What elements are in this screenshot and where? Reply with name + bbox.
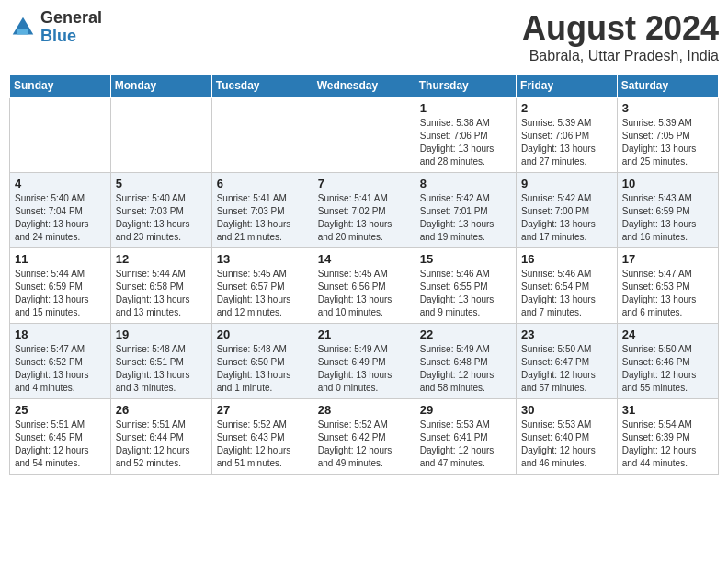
day-number: 2 <box>521 101 612 115</box>
day-info: Sunrise: 5:40 AM Sunset: 7:04 PM Dayligh… <box>15 192 106 244</box>
svg-rect-2 <box>17 29 28 34</box>
column-header-thursday: Thursday <box>415 75 516 98</box>
day-number: 18 <box>15 327 106 341</box>
day-number: 6 <box>217 177 308 190</box>
day-number: 23 <box>521 327 612 341</box>
calendar-day-18: 18Sunrise: 5:47 AM Sunset: 6:52 PM Dayli… <box>10 324 111 399</box>
day-number: 11 <box>15 252 106 266</box>
day-info: Sunrise: 5:48 AM Sunset: 6:51 PM Dayligh… <box>116 343 207 395</box>
calendar-day-27: 27Sunrise: 5:52 AM Sunset: 6:43 PM Dayli… <box>211 399 313 475</box>
calendar-day-2: 2Sunrise: 5:39 AM Sunset: 7:06 PM Daylig… <box>517 98 618 173</box>
logo-icon <box>9 14 37 41</box>
calendar-table: SundayMondayTuesdayWednesdayThursdayFrid… <box>9 74 719 475</box>
day-number: 9 <box>521 177 612 190</box>
day-number: 25 <box>15 403 106 417</box>
calendar-day-9: 9Sunrise: 5:42 AM Sunset: 7:00 PM Daylig… <box>517 173 618 248</box>
calendar-empty-cell <box>110 98 211 173</box>
calendar-day-14: 14Sunrise: 5:45 AM Sunset: 6:56 PM Dayli… <box>313 248 415 324</box>
day-number: 27 <box>217 403 308 417</box>
day-info: Sunrise: 5:50 AM Sunset: 6:47 PM Dayligh… <box>521 343 612 395</box>
calendar-day-17: 17Sunrise: 5:47 AM Sunset: 6:53 PM Dayli… <box>617 248 718 324</box>
calendar-day-4: 4Sunrise: 5:40 AM Sunset: 7:04 PM Daylig… <box>10 173 111 248</box>
calendar-day-7: 7Sunrise: 5:41 AM Sunset: 7:02 PM Daylig… <box>313 173 415 248</box>
calendar-day-10: 10Sunrise: 5:43 AM Sunset: 6:59 PM Dayli… <box>617 173 718 248</box>
calendar-day-29: 29Sunrise: 5:53 AM Sunset: 6:41 PM Dayli… <box>415 399 516 475</box>
calendar-empty-cell <box>10 98 111 173</box>
day-number: 28 <box>318 403 410 417</box>
column-header-saturday: Saturday <box>617 75 718 98</box>
day-number: 1 <box>420 101 511 115</box>
calendar-day-28: 28Sunrise: 5:52 AM Sunset: 6:42 PM Dayli… <box>313 399 415 475</box>
calendar-header-row: SundayMondayTuesdayWednesdayThursdayFrid… <box>10 75 719 98</box>
day-info: Sunrise: 5:52 AM Sunset: 6:43 PM Dayligh… <box>217 419 308 470</box>
calendar-day-22: 22Sunrise: 5:49 AM Sunset: 6:48 PM Dayli… <box>415 324 516 399</box>
day-info: Sunrise: 5:39 AM Sunset: 7:06 PM Dayligh… <box>521 117 612 168</box>
calendar-day-8: 8Sunrise: 5:42 AM Sunset: 7:01 PM Daylig… <box>415 173 516 248</box>
day-number: 22 <box>420 327 511 341</box>
day-info: Sunrise: 5:50 AM Sunset: 6:46 PM Dayligh… <box>622 343 713 395</box>
day-info: Sunrise: 5:40 AM Sunset: 7:03 PM Dayligh… <box>116 192 207 244</box>
calendar-day-21: 21Sunrise: 5:49 AM Sunset: 6:49 PM Dayli… <box>313 324 415 399</box>
logo-blue: Blue <box>40 28 102 46</box>
day-number: 24 <box>622 327 713 341</box>
day-info: Sunrise: 5:49 AM Sunset: 6:48 PM Dayligh… <box>420 343 511 395</box>
calendar-day-20: 20Sunrise: 5:48 AM Sunset: 6:50 PM Dayli… <box>211 324 313 399</box>
day-number: 30 <box>521 403 612 417</box>
day-number: 8 <box>420 177 511 190</box>
day-number: 17 <box>622 252 713 266</box>
calendar-day-23: 23Sunrise: 5:50 AM Sunset: 6:47 PM Dayli… <box>517 324 618 399</box>
calendar-day-25: 25Sunrise: 5:51 AM Sunset: 6:45 PM Dayli… <box>10 399 111 475</box>
calendar-day-16: 16Sunrise: 5:46 AM Sunset: 6:54 PM Dayli… <box>517 248 618 324</box>
logo-general: General <box>40 9 102 28</box>
day-number: 21 <box>318 327 410 341</box>
day-info: Sunrise: 5:46 AM Sunset: 6:55 PM Dayligh… <box>420 268 511 319</box>
column-header-friday: Friday <box>517 75 618 98</box>
day-info: Sunrise: 5:42 AM Sunset: 7:00 PM Dayligh… <box>521 192 612 244</box>
calendar-empty-cell <box>211 98 313 173</box>
day-info: Sunrise: 5:45 AM Sunset: 6:57 PM Dayligh… <box>217 268 308 319</box>
calendar-week-1: 1Sunrise: 5:38 AM Sunset: 7:06 PM Daylig… <box>10 98 719 173</box>
calendar-day-31: 31Sunrise: 5:54 AM Sunset: 6:39 PM Dayli… <box>617 399 718 475</box>
day-info: Sunrise: 5:46 AM Sunset: 6:54 PM Dayligh… <box>521 268 612 319</box>
calendar-week-5: 25Sunrise: 5:51 AM Sunset: 6:45 PM Dayli… <box>10 399 719 475</box>
day-info: Sunrise: 5:53 AM Sunset: 6:41 PM Dayligh… <box>420 419 511 470</box>
day-number: 31 <box>622 403 713 417</box>
day-number: 13 <box>217 252 308 266</box>
day-info: Sunrise: 5:41 AM Sunset: 7:02 PM Dayligh… <box>318 192 410 244</box>
day-number: 5 <box>116 177 207 190</box>
calendar-day-26: 26Sunrise: 5:51 AM Sunset: 6:44 PM Dayli… <box>110 399 211 475</box>
calendar-day-5: 5Sunrise: 5:40 AM Sunset: 7:03 PM Daylig… <box>110 173 211 248</box>
day-info: Sunrise: 5:53 AM Sunset: 6:40 PM Dayligh… <box>521 419 612 470</box>
day-number: 10 <box>622 177 713 190</box>
column-header-tuesday: Tuesday <box>211 75 313 98</box>
day-number: 12 <box>116 252 207 266</box>
column-header-wednesday: Wednesday <box>313 75 415 98</box>
column-header-sunday: Sunday <box>10 75 111 98</box>
logo: General Blue <box>9 9 102 46</box>
calendar-day-11: 11Sunrise: 5:44 AM Sunset: 6:59 PM Dayli… <box>10 248 111 324</box>
day-info: Sunrise: 5:38 AM Sunset: 7:06 PM Dayligh… <box>420 117 511 168</box>
day-info: Sunrise: 5:49 AM Sunset: 6:49 PM Dayligh… <box>318 343 410 395</box>
day-info: Sunrise: 5:39 AM Sunset: 7:05 PM Dayligh… <box>622 117 713 168</box>
day-number: 26 <box>116 403 207 417</box>
day-info: Sunrise: 5:41 AM Sunset: 7:03 PM Dayligh… <box>217 192 308 244</box>
day-info: Sunrise: 5:43 AM Sunset: 6:59 PM Dayligh… <box>622 192 713 244</box>
calendar-day-15: 15Sunrise: 5:46 AM Sunset: 6:55 PM Dayli… <box>415 248 516 324</box>
calendar-day-6: 6Sunrise: 5:41 AM Sunset: 7:03 PM Daylig… <box>211 173 313 248</box>
day-info: Sunrise: 5:42 AM Sunset: 7:01 PM Dayligh… <box>420 192 511 244</box>
day-number: 16 <box>521 252 612 266</box>
day-info: Sunrise: 5:47 AM Sunset: 6:52 PM Dayligh… <box>15 343 106 395</box>
day-info: Sunrise: 5:48 AM Sunset: 6:50 PM Dayligh… <box>217 343 308 395</box>
day-info: Sunrise: 5:44 AM Sunset: 6:59 PM Dayligh… <box>15 268 106 319</box>
calendar-empty-cell <box>313 98 415 173</box>
day-number: 4 <box>15 177 106 190</box>
page-header: General Blue August 2024 Babrala, Uttar … <box>9 9 719 64</box>
day-info: Sunrise: 5:51 AM Sunset: 6:45 PM Dayligh… <box>15 419 106 470</box>
calendar-day-12: 12Sunrise: 5:44 AM Sunset: 6:58 PM Dayli… <box>110 248 211 324</box>
day-number: 15 <box>420 252 511 266</box>
day-info: Sunrise: 5:52 AM Sunset: 6:42 PM Dayligh… <box>318 419 410 470</box>
day-info: Sunrise: 5:54 AM Sunset: 6:39 PM Dayligh… <box>622 419 713 470</box>
calendar-day-19: 19Sunrise: 5:48 AM Sunset: 6:51 PM Dayli… <box>110 324 211 399</box>
day-number: 20 <box>217 327 308 341</box>
day-number: 3 <box>622 101 713 115</box>
